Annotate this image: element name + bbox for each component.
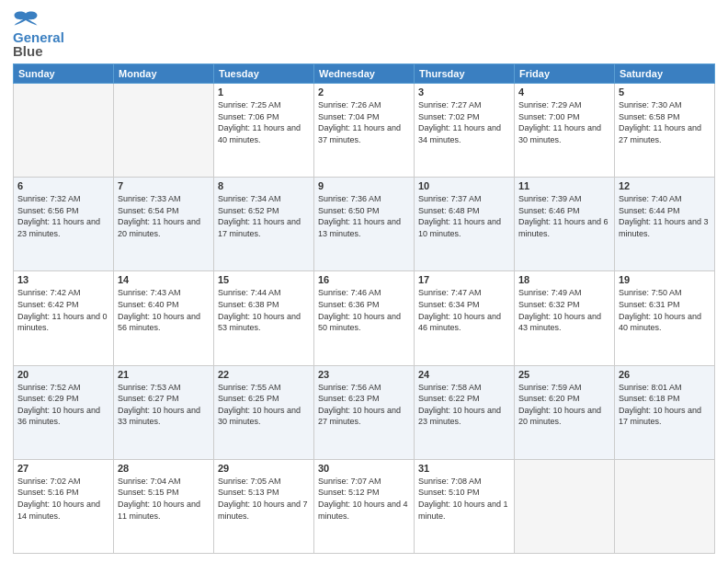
day-number: 24 — [418, 369, 510, 380]
day-number: 21 — [118, 369, 210, 380]
calendar-cell: 20Sunrise: 7:52 AM Sunset: 6:29 PM Dayli… — [14, 365, 114, 459]
day-number: 16 — [318, 274, 410, 285]
logo-text: GeneralBlue — [13, 30, 64, 58]
calendar-cell: 19Sunrise: 7:50 AM Sunset: 6:31 PM Dayli… — [615, 271, 715, 365]
header: GeneralBlue — [13, 9, 715, 58]
calendar-cell: 1Sunrise: 7:25 AM Sunset: 7:06 PM Daylig… — [214, 84, 314, 178]
day-info: Sunrise: 7:44 AM Sunset: 6:38 PM Dayligh… — [218, 287, 310, 333]
day-number: 13 — [17, 274, 109, 285]
day-info: Sunrise: 7:40 AM Sunset: 6:44 PM Dayligh… — [619, 193, 711, 239]
day-number: 10 — [418, 180, 510, 191]
page: GeneralBlue SundayMondayTuesdayWednesday… — [0, 0, 728, 563]
weekday-header-thursday: Thursday — [415, 64, 515, 84]
calendar-cell: 10Sunrise: 7:37 AM Sunset: 6:48 PM Dayli… — [415, 178, 515, 271]
weekday-header-wednesday: Wednesday — [314, 64, 415, 84]
calendar-cell: 16Sunrise: 7:46 AM Sunset: 6:36 PM Dayli… — [314, 271, 415, 365]
weekday-header-tuesday: Tuesday — [214, 64, 314, 84]
day-info: Sunrise: 7:08 AM Sunset: 5:10 PM Dayligh… — [418, 476, 510, 522]
weekday-header-row: SundayMondayTuesdayWednesdayThursdayFrid… — [14, 64, 715, 84]
calendar-cell: 23Sunrise: 7:56 AM Sunset: 6:23 PM Dayli… — [314, 365, 415, 459]
day-number: 18 — [518, 274, 610, 285]
day-info: Sunrise: 7:37 AM Sunset: 6:48 PM Dayligh… — [418, 193, 510, 239]
calendar-cell — [114, 84, 214, 178]
day-info: Sunrise: 7:26 AM Sunset: 7:04 PM Dayligh… — [318, 99, 410, 145]
calendar-cell: 26Sunrise: 8:01 AM Sunset: 6:18 PM Dayli… — [615, 365, 715, 459]
day-number: 19 — [619, 274, 711, 285]
calendar-cell: 15Sunrise: 7:44 AM Sunset: 6:38 PM Dayli… — [214, 271, 314, 365]
day-info: Sunrise: 7:30 AM Sunset: 6:58 PM Dayligh… — [619, 99, 711, 145]
calendar-cell: 18Sunrise: 7:49 AM Sunset: 6:32 PM Dayli… — [515, 271, 615, 365]
calendar-cell: 27Sunrise: 7:02 AM Sunset: 5:16 PM Dayli… — [14, 459, 114, 553]
calendar-cell: 24Sunrise: 7:58 AM Sunset: 6:22 PM Dayli… — [415, 365, 515, 459]
calendar-cell: 6Sunrise: 7:32 AM Sunset: 6:56 PM Daylig… — [14, 178, 114, 271]
calendar-week-row: 13Sunrise: 7:42 AM Sunset: 6:42 PM Dayli… — [14, 271, 715, 365]
day-number: 17 — [418, 274, 510, 285]
day-number: 5 — [619, 86, 711, 98]
day-number: 26 — [619, 369, 711, 380]
day-info: Sunrise: 7:55 AM Sunset: 6:25 PM Dayligh… — [218, 382, 310, 428]
calendar-cell: 11Sunrise: 7:39 AM Sunset: 6:46 PM Dayli… — [515, 178, 615, 271]
calendar-table: SundayMondayTuesdayWednesdayThursdayFrid… — [13, 63, 715, 554]
day-info: Sunrise: 7:59 AM Sunset: 6:20 PM Dayligh… — [518, 382, 610, 428]
calendar-week-row: 6Sunrise: 7:32 AM Sunset: 6:56 PM Daylig… — [14, 178, 715, 271]
day-info: Sunrise: 7:07 AM Sunset: 5:12 PM Dayligh… — [318, 476, 410, 522]
day-number: 23 — [318, 369, 410, 380]
calendar-cell: 8Sunrise: 7:34 AM Sunset: 6:52 PM Daylig… — [214, 178, 314, 271]
day-info: Sunrise: 7:49 AM Sunset: 6:32 PM Dayligh… — [518, 287, 610, 333]
day-number: 15 — [218, 274, 310, 285]
day-info: Sunrise: 7:43 AM Sunset: 6:40 PM Dayligh… — [118, 287, 210, 333]
weekday-header-monday: Monday — [114, 64, 214, 84]
calendar-cell: 21Sunrise: 7:53 AM Sunset: 6:27 PM Dayli… — [114, 365, 214, 459]
calendar-cell: 5Sunrise: 7:30 AM Sunset: 6:58 PM Daylig… — [615, 84, 715, 178]
logo-bird-icon — [13, 10, 39, 27]
day-number: 22 — [218, 369, 310, 380]
day-number: 6 — [17, 180, 109, 191]
day-number: 14 — [118, 274, 210, 285]
calendar-cell: 12Sunrise: 7:40 AM Sunset: 6:44 PM Dayli… — [615, 178, 715, 271]
weekday-header-sunday: Sunday — [14, 64, 114, 84]
calendar-cell — [615, 459, 715, 553]
day-info: Sunrise: 7:56 AM Sunset: 6:23 PM Dayligh… — [318, 382, 410, 428]
calendar-cell: 31Sunrise: 7:08 AM Sunset: 5:10 PM Dayli… — [415, 459, 515, 553]
day-info: Sunrise: 7:53 AM Sunset: 6:27 PM Dayligh… — [118, 382, 210, 428]
day-number: 28 — [118, 463, 210, 474]
day-info: Sunrise: 7:33 AM Sunset: 6:54 PM Dayligh… — [118, 193, 210, 239]
day-number: 30 — [318, 463, 410, 474]
calendar-cell: 4Sunrise: 7:29 AM Sunset: 7:00 PM Daylig… — [515, 84, 615, 178]
day-info: Sunrise: 7:27 AM Sunset: 7:02 PM Dayligh… — [418, 99, 510, 145]
day-number: 29 — [218, 463, 310, 474]
calendar-cell: 2Sunrise: 7:26 AM Sunset: 7:04 PM Daylig… — [314, 84, 415, 178]
day-number: 12 — [619, 180, 711, 191]
calendar-cell: 14Sunrise: 7:43 AM Sunset: 6:40 PM Dayli… — [114, 271, 214, 365]
day-info: Sunrise: 7:25 AM Sunset: 7:06 PM Dayligh… — [218, 99, 310, 145]
calendar-cell: 30Sunrise: 7:07 AM Sunset: 5:12 PM Dayli… — [314, 459, 415, 553]
day-number: 31 — [418, 463, 510, 474]
day-info: Sunrise: 7:05 AM Sunset: 5:13 PM Dayligh… — [218, 476, 310, 522]
calendar-cell — [14, 84, 114, 178]
day-number: 20 — [17, 369, 109, 380]
day-info: Sunrise: 7:34 AM Sunset: 6:52 PM Dayligh… — [218, 193, 310, 239]
weekday-header-saturday: Saturday — [615, 64, 715, 84]
day-info: Sunrise: 7:47 AM Sunset: 6:34 PM Dayligh… — [418, 287, 510, 333]
calendar-week-row: 20Sunrise: 7:52 AM Sunset: 6:29 PM Dayli… — [14, 365, 715, 459]
calendar-cell: 29Sunrise: 7:05 AM Sunset: 5:13 PM Dayli… — [214, 459, 314, 553]
day-info: Sunrise: 7:50 AM Sunset: 6:31 PM Dayligh… — [619, 287, 711, 333]
calendar-cell: 22Sunrise: 7:55 AM Sunset: 6:25 PM Dayli… — [214, 365, 314, 459]
day-number: 8 — [218, 180, 310, 191]
day-info: Sunrise: 8:01 AM Sunset: 6:18 PM Dayligh… — [619, 382, 711, 428]
calendar-cell: 28Sunrise: 7:04 AM Sunset: 5:15 PM Dayli… — [114, 459, 214, 553]
calendar-week-row: 1Sunrise: 7:25 AM Sunset: 7:06 PM Daylig… — [14, 84, 715, 178]
day-info: Sunrise: 7:52 AM Sunset: 6:29 PM Dayligh… — [17, 382, 109, 428]
day-info: Sunrise: 7:58 AM Sunset: 6:22 PM Dayligh… — [418, 382, 510, 428]
day-number: 11 — [518, 180, 610, 191]
calendar-cell: 7Sunrise: 7:33 AM Sunset: 6:54 PM Daylig… — [114, 178, 214, 271]
day-number: 9 — [318, 180, 410, 191]
logo: GeneralBlue — [13, 9, 64, 58]
calendar-cell: 17Sunrise: 7:47 AM Sunset: 6:34 PM Dayli… — [415, 271, 515, 365]
calendar-cell: 9Sunrise: 7:36 AM Sunset: 6:50 PM Daylig… — [314, 178, 415, 271]
day-number: 1 — [218, 86, 310, 98]
calendar-cell: 13Sunrise: 7:42 AM Sunset: 6:42 PM Dayli… — [14, 271, 114, 365]
day-info: Sunrise: 7:04 AM Sunset: 5:15 PM Dayligh… — [118, 476, 210, 522]
calendar-cell: 3Sunrise: 7:27 AM Sunset: 7:02 PM Daylig… — [415, 84, 515, 178]
day-number: 3 — [418, 86, 510, 98]
